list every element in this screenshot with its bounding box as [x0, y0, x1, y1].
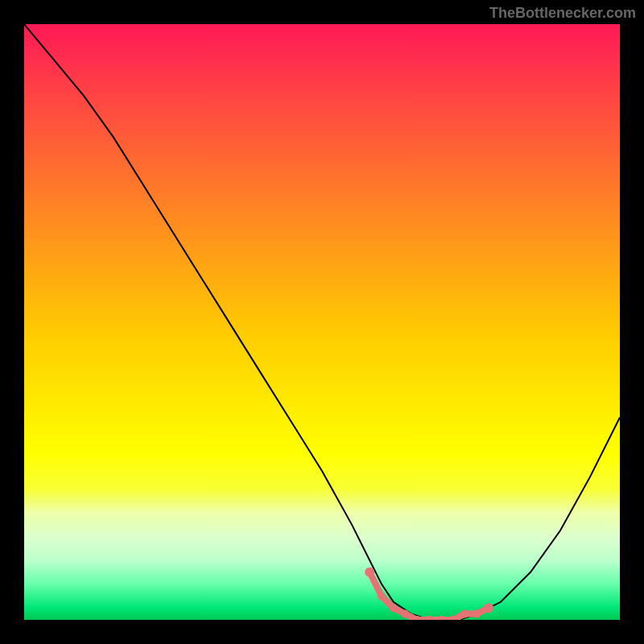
highlight-marker — [425, 616, 433, 620]
highlight-marker — [378, 592, 386, 600]
bottleneck-curve-svg — [24, 24, 620, 620]
highlight-marker — [365, 568, 374, 577]
bottleneck-curve-line — [24, 24, 620, 620]
highlight-marker — [402, 610, 410, 618]
chart-plot-area — [24, 24, 620, 620]
highlight-marker-line — [369, 572, 489, 620]
highlight-markers — [365, 568, 493, 620]
highlight-marker — [390, 604, 398, 612]
highlight-marker — [473, 610, 481, 618]
highlight-marker — [461, 610, 469, 618]
watermark-text: TheBottlenecker.com — [489, 5, 636, 22]
highlight-marker — [484, 603, 493, 613]
highlight-marker — [437, 616, 445, 620]
